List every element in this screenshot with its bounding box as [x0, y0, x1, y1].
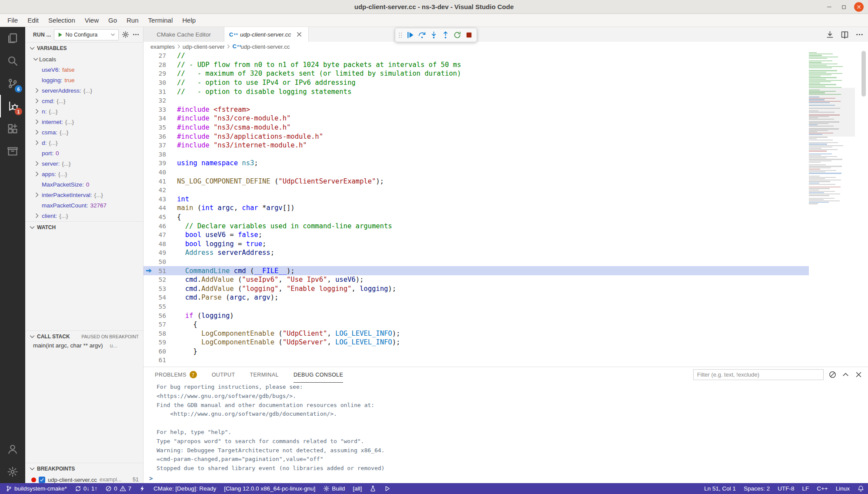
variable-row-MaxPacketSize[interactable]: MaxPacketSize:0 — [25, 179, 143, 190]
breakpoint-gutter[interactable] — [144, 266, 155, 275]
breakpoint-gutter[interactable] — [144, 195, 155, 204]
code-line-31[interactable]: 31// - option to disable logging stateme… — [144, 87, 809, 96]
variable-row-port[interactable]: port:0 — [25, 148, 143, 158]
tab-udp-client-server-cc[interactable]: C++udp-client-server.cc — [224, 27, 309, 42]
variable-row-csma[interactable]: csma:{...} — [25, 127, 143, 137]
variable-row-cmd[interactable]: cmd:{...} — [25, 96, 143, 106]
code-line-36[interactable]: 36#include "ns3/applications-module.h" — [144, 132, 809, 141]
code-line-53[interactable]: 53 cmd.AddValue ("logging", "Enable logg… — [144, 284, 809, 293]
variable-row-serverAddress[interactable]: serverAddress:{...} — [25, 85, 143, 96]
breakpoint-gutter[interactable] — [144, 132, 155, 141]
code-line-52[interactable]: 52 cmd.AddValue ("useIpv6", "Use Ipv6", … — [144, 275, 809, 284]
code-line-55[interactable]: 55 — [144, 302, 809, 311]
variable-row-internet[interactable]: internet:{...} — [25, 117, 143, 127]
breakpoint-checkbox[interactable] — [39, 477, 45, 483]
cursor-position-status[interactable]: Ln 51, Col 1 — [700, 483, 740, 494]
code-line-60[interactable]: 60 } — [144, 347, 809, 356]
code-line-54[interactable]: 54 cmd.Parse (argc, argv); — [144, 293, 809, 302]
menu-item-go[interactable]: Go — [103, 14, 122, 27]
split-editor-icon[interactable] — [841, 30, 849, 39]
clear-console-icon[interactable] — [828, 370, 837, 379]
menu-item-file[interactable]: File — [3, 14, 23, 27]
code-line-48[interactable]: 48 bool logging = true; — [144, 239, 809, 248]
breakpoint-gutter[interactable] — [144, 230, 155, 240]
variable-row-maxPacketCount[interactable]: maxPacketCount:32767 — [25, 200, 143, 210]
continue-button[interactable] — [404, 29, 416, 41]
console-input-prompt[interactable]: > — [149, 475, 153, 482]
menu-item-edit[interactable]: Edit — [23, 14, 43, 27]
code-line-51[interactable]: 51 CommandLine cmd (__FILE__); — [144, 266, 809, 275]
breadcrumb-segment[interactable]: udp-client-server — [183, 43, 225, 50]
step-over-button[interactable] — [416, 29, 428, 41]
cmake-launch-debug-status[interactable] — [135, 483, 150, 494]
breakpoint-gutter[interactable] — [144, 347, 155, 356]
code-line-41[interactable]: 41NS_LOG_COMPONENT_DEFINE ("UdpClientSer… — [144, 177, 809, 186]
activity-item-settings[interactable] — [0, 461, 25, 483]
code-line-45[interactable]: 45{ — [144, 213, 809, 222]
more-actions-icon[interactable] — [855, 30, 864, 39]
restart-button[interactable] — [451, 29, 463, 41]
breakpoint-gutter[interactable] — [144, 141, 155, 150]
activity-item-search[interactable] — [0, 50, 25, 72]
breakpoint-gutter[interactable] — [144, 204, 155, 213]
activity-item-extensions[interactable] — [0, 117, 25, 140]
code-line-32[interactable]: 32 — [144, 96, 809, 105]
breakpoint-gutter[interactable] — [144, 293, 155, 302]
code-line-37[interactable]: 37#include "ns3/internet-module.h" — [144, 141, 809, 150]
git-branch-status[interactable]: buildsystem-cmake* — [2, 483, 71, 494]
code-line-43[interactable]: 43int — [144, 195, 809, 204]
problems-status[interactable]: 07 — [101, 483, 135, 494]
code-line-50[interactable]: 50 — [144, 257, 809, 267]
variable-row-interPacketInterval[interactable]: interPacketInterval:{...} — [25, 190, 143, 200]
minimap[interactable] — [809, 51, 855, 367]
code-line-44[interactable]: 44main (int argc, char *argv[]) — [144, 204, 809, 213]
code-line-28[interactable]: 28// - UDP flow from n0 to n1 of 1024 by… — [144, 60, 809, 70]
step-into-button[interactable] — [428, 29, 440, 41]
breakpoint-gutter[interactable] — [144, 69, 155, 78]
breakpoint-gutter[interactable] — [144, 168, 155, 177]
code-line-61[interactable]: 61 — [144, 356, 809, 365]
breakpoint-gutter[interactable] — [144, 311, 155, 320]
cmake-run-status[interactable] — [380, 483, 394, 494]
panel-tab-terminal[interactable]: TERMINAL — [250, 367, 278, 383]
call-stack-section-header[interactable]: CALL STACK PAUSED ON BREAKPOINT — [25, 330, 143, 342]
ctest-status[interactable] — [366, 483, 380, 494]
breakpoint-gutter[interactable] — [144, 96, 155, 105]
breakpoint-gutter[interactable] — [144, 51, 155, 60]
remote-os-status[interactable]: Linux — [832, 483, 854, 494]
breakpoint-gutter[interactable] — [144, 114, 155, 123]
cmake-build-status[interactable]: Build — [319, 483, 349, 494]
variable-row-apps[interactable]: apps:{...} — [25, 169, 143, 179]
code-line-58[interactable]: 58 LogComponentEnable ("UdpClient", LOG_… — [144, 329, 809, 338]
more-actions-icon[interactable] — [132, 31, 140, 38]
code-line-49[interactable]: 49 Address serverAddress; — [144, 248, 809, 257]
maximize-panel-icon[interactable] — [841, 370, 850, 379]
breakpoint-gutter[interactable] — [144, 87, 155, 96]
drag-handle[interactable] — [397, 30, 404, 40]
activity-item-account[interactable] — [0, 438, 25, 461]
variable-row-server[interactable]: server:{...} — [25, 158, 143, 169]
scope-locals[interactable]: Locals — [25, 54, 143, 64]
code-line-47[interactable]: 47 bool useV6 = false; — [144, 230, 809, 240]
breadcrumb-segment[interactable]: C++udp-client-server.cc — [232, 43, 290, 50]
close-icon[interactable] — [296, 31, 303, 38]
code-line-59[interactable]: 59 LogComponentEnable ("UdpServer", LOG_… — [144, 338, 809, 347]
variable-row-logging[interactable]: logging:true — [25, 75, 143, 85]
menu-item-run[interactable]: Run — [122, 14, 144, 27]
breakpoint-gutter[interactable] — [144, 159, 155, 168]
breakpoint-gutter[interactable] — [144, 356, 155, 365]
variable-row-useV6[interactable]: useV6:false — [25, 64, 143, 75]
activity-item-run-and-debug[interactable]: 1 — [0, 95, 25, 117]
breakpoint-gutter[interactable] — [144, 329, 155, 338]
breakpoint-gutter[interactable] — [144, 257, 155, 267]
breakpoint-gutter[interactable] — [144, 150, 155, 159]
code-line-27[interactable]: 27// — [144, 51, 809, 60]
step-out-button[interactable] — [440, 29, 451, 41]
restore-button[interactable] — [840, 3, 848, 11]
code-line-42[interactable]: 42 — [144, 186, 809, 195]
notifications-status[interactable] — [854, 483, 868, 494]
activity-item-explorer[interactable] — [0, 27, 25, 50]
close-button[interactable] — [854, 2, 864, 12]
code-line-46[interactable]: 46 // Declare variables used in command-… — [144, 221, 809, 230]
watch-section-header[interactable]: WATCH — [25, 221, 143, 233]
